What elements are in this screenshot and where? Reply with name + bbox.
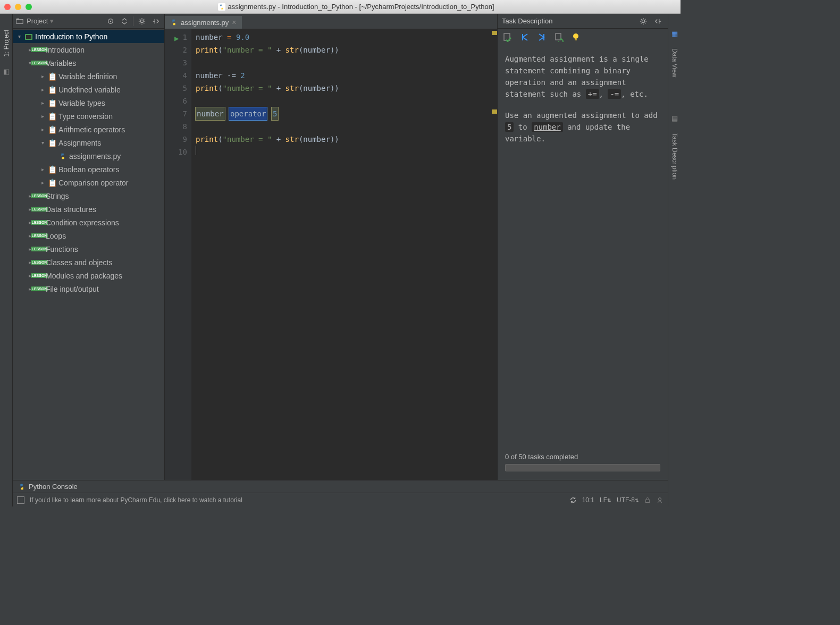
check-task-icon[interactable] bbox=[503, 32, 513, 42]
tab-label: assignments.py bbox=[181, 19, 229, 27]
line-separator[interactable]: LF⇅ bbox=[600, 496, 611, 504]
chevron-right-icon[interactable]: ▸ bbox=[39, 166, 46, 172]
gear-icon[interactable] bbox=[638, 16, 649, 27]
tree-label: Data structures bbox=[46, 205, 96, 214]
tree-label: Type conversion bbox=[58, 112, 113, 121]
sync-icon[interactable] bbox=[569, 496, 577, 504]
lesson-icon: LESSON bbox=[35, 218, 44, 227]
tree-root[interactable]: ▾ Introduction to Python bbox=[13, 30, 164, 43]
tree-item-type-conv[interactable]: ▸📋Type conversion bbox=[13, 109, 164, 123]
hint-bulb-icon[interactable] bbox=[571, 32, 581, 42]
project-panel-title: Project ▾ bbox=[27, 17, 102, 25]
editor-body[interactable]: ▶ 12345678910 number = 9.0 print("number… bbox=[165, 29, 497, 480]
python-console-button[interactable]: Python Console bbox=[29, 483, 78, 491]
minimize-window-icon[interactable] bbox=[15, 4, 21, 10]
tree-item-classes[interactable]: ▸LESSONClasses and objects bbox=[13, 256, 164, 269]
tree-item-bool-ops[interactable]: ▸📋Boolean operators bbox=[13, 163, 164, 176]
tree-item-strings[interactable]: ▸LESSONStrings bbox=[13, 189, 164, 202]
task-icon: 📋 bbox=[48, 99, 56, 107]
project-panel: Project ▾ ▾ Introduction to Python ▸LESS… bbox=[13, 14, 165, 480]
tree-item-cond[interactable]: ▸LESSONCondition expressions bbox=[13, 216, 164, 229]
tree-item-ds[interactable]: ▸LESSONData structures bbox=[13, 202, 164, 216]
svg-rect-13 bbox=[645, 500, 650, 502]
task-icon: 📋 bbox=[48, 139, 56, 147]
tree-item-arith-ops[interactable]: ▸📋Arithmetic operators bbox=[13, 123, 164, 136]
placeholder-operator[interactable]: operator bbox=[229, 107, 267, 120]
progress-bar bbox=[505, 464, 660, 471]
svg-point-4 bbox=[110, 20, 112, 22]
tree-item-comp-ops[interactable]: ▸📋Comparison operator bbox=[13, 176, 164, 189]
tree-item-var-def[interactable]: ▸📋Variable definition bbox=[13, 70, 164, 83]
task-description-text: Augmented assignment is a single stateme… bbox=[498, 46, 668, 447]
python-file-icon bbox=[58, 152, 67, 161]
tree-item-loops[interactable]: ▸LESSONLoops bbox=[13, 229, 164, 242]
placeholder-value[interactable]: 5 bbox=[272, 107, 278, 120]
rail-taskdesc-icon[interactable]: ▤ bbox=[671, 114, 678, 122]
tree-item-introduction[interactable]: ▸LESSONIntroduction bbox=[13, 43, 164, 56]
marker-icon[interactable] bbox=[492, 31, 497, 35]
next-task-icon[interactable] bbox=[537, 32, 547, 42]
reset-task-icon[interactable] bbox=[554, 32, 564, 42]
chevron-right-icon[interactable]: ▸ bbox=[39, 113, 46, 119]
placeholder-number[interactable]: number bbox=[196, 107, 225, 120]
tree-item-functions[interactable]: ▸LESSONFunctions bbox=[13, 242, 164, 256]
chevron-right-icon[interactable]: ▸ bbox=[39, 180, 46, 185]
svg-point-8 bbox=[642, 20, 644, 22]
status-hint[interactable]: If you'd like to learn more about PyChar… bbox=[30, 496, 242, 504]
chevron-right-icon[interactable]: ▸ bbox=[39, 100, 46, 106]
rail-dataview-icon[interactable]: ▦ bbox=[671, 30, 678, 38]
target-icon[interactable] bbox=[105, 16, 116, 27]
lesson-icon: LESSON bbox=[35, 205, 44, 214]
rail-taskdesc-button[interactable]: Task Description bbox=[671, 133, 678, 180]
chevron-right-icon[interactable]: ▸ bbox=[39, 73, 46, 79]
project-tree[interactable]: ▾ Introduction to Python ▸LESSONIntroduc… bbox=[13, 29, 164, 480]
tree-label: Functions bbox=[46, 245, 78, 254]
lesson-icon: LESSON bbox=[35, 285, 44, 293]
hide-panel-icon[interactable] bbox=[150, 16, 161, 27]
tree-label: Comparison operator bbox=[58, 179, 129, 187]
python-console-icon bbox=[18, 483, 26, 491]
chevron-right-icon[interactable]: ▸ bbox=[39, 87, 46, 92]
gear-icon[interactable] bbox=[137, 16, 147, 27]
maximize-window-icon[interactable] bbox=[26, 4, 32, 10]
tree-item-fileio[interactable]: ▸LESSONFile input/output bbox=[13, 282, 164, 295]
course-folder-icon bbox=[24, 32, 33, 41]
status-bar-toggle-icon[interactable] bbox=[17, 496, 24, 504]
hide-panel-icon[interactable] bbox=[653, 16, 663, 27]
tree-label: Loops bbox=[46, 232, 66, 240]
rail-project-button[interactable]: 1: Project bbox=[3, 30, 10, 57]
tree-item-variables[interactable]: ▾LESSONVariables bbox=[13, 56, 164, 70]
tree-label: Modules and packages bbox=[46, 272, 122, 280]
close-tab-icon[interactable]: × bbox=[232, 18, 236, 27]
tab-assignments[interactable]: assignments.py × bbox=[165, 15, 242, 29]
tree-item-modules[interactable]: ▸LESSONModules and packages bbox=[13, 269, 164, 282]
lesson-icon: LESSON bbox=[35, 258, 44, 267]
tree-item-assignments[interactable]: ▾📋Assignments bbox=[13, 136, 164, 149]
tree-item-var-types[interactable]: ▸📋Variable types bbox=[13, 96, 164, 109]
task-icon: 📋 bbox=[48, 86, 56, 94]
svg-rect-10 bbox=[556, 33, 561, 40]
code-area[interactable]: number = 9.0 print("number = " + str(num… bbox=[191, 29, 497, 480]
svg-rect-2 bbox=[16, 18, 19, 20]
tree-label: File input/output bbox=[46, 285, 99, 293]
svg-rect-0 bbox=[218, 3, 225, 11]
lesson-icon: LESSON bbox=[35, 59, 44, 67]
tree-item-file[interactable]: assignments.py bbox=[13, 149, 164, 163]
inspector-icon[interactable] bbox=[656, 496, 663, 504]
rail-structure-icon[interactable]: ◧ bbox=[3, 67, 10, 75]
rail-dataview-button[interactable]: Data View bbox=[671, 48, 678, 77]
chevron-right-icon[interactable]: ▸ bbox=[39, 126, 46, 132]
svg-point-14 bbox=[658, 497, 661, 500]
prev-task-icon[interactable] bbox=[520, 32, 530, 42]
file-encoding[interactable]: UTF-8⇅ bbox=[617, 496, 639, 504]
run-gutter-icon[interactable]: ▶ bbox=[174, 32, 179, 45]
collapse-all-icon[interactable] bbox=[119, 16, 130, 27]
chevron-down-icon[interactable]: ▾ bbox=[16, 33, 22, 39]
tree-item-undef-var[interactable]: ▸📋Undefined variable bbox=[13, 83, 164, 96]
bottom-tool-bar: Python Console bbox=[13, 480, 668, 493]
caret-position[interactable]: 10:1 bbox=[582, 496, 594, 504]
lock-icon[interactable] bbox=[644, 497, 651, 503]
chevron-down-icon[interactable]: ▾ bbox=[39, 140, 46, 146]
close-window-icon[interactable] bbox=[4, 4, 11, 10]
marker-icon[interactable] bbox=[492, 109, 497, 114]
